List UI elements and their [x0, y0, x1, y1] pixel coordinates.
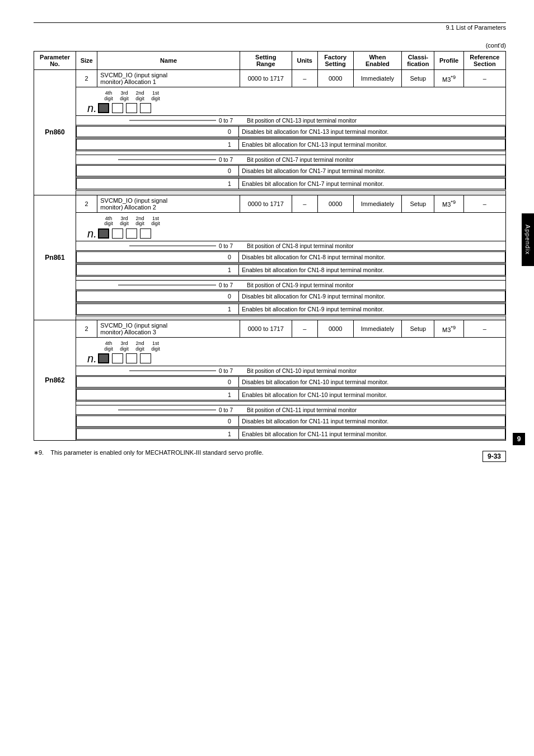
value-desc: Disables bit allocation for CN1-10 input…: [239, 377, 505, 388]
digit-diagram-td: 4th 3rd 2nd 1st digit digit digit digit …: [76, 338, 506, 366]
value-inner-row: 1 Enables bit allocation for CN1-9 input…: [77, 304, 505, 314]
name: SVCMD_IO (input signalmonitor) Allocatio…: [97, 195, 240, 212]
line-connector-td: 0 to 7 Bit position of CN1-11 input term…: [76, 405, 506, 415]
size: 2: [76, 195, 97, 212]
digit-diagram-wrapper: 4th 3rd 2nd 1st digit digit digit digit …: [87, 340, 163, 364]
value-inner-row: 0 Disables bit allocation for CN1-8 inpu…: [77, 251, 505, 262]
value-desc: Disables bit allocation for CN1-9 input …: [239, 291, 505, 301]
digit-diagram-row: 4th 3rd 2nd 1st digit digit digit digit …: [34, 87, 506, 116]
bit-desc-inline: Bit position of CN1-9 input terminal mon…: [247, 282, 354, 288]
n-italic: n.: [87, 228, 97, 239]
digit-box-4th: [98, 103, 109, 113]
digit-diagram-row: 4th 3rd 2nd 1st digit digit digit digit …: [34, 212, 506, 241]
value-inner-table: 1 Enables bit allocation for CN1-10 inpu…: [76, 389, 505, 400]
value-inner-table: 1 Enables bit allocation for CN1-7 input…: [76, 178, 505, 189]
footnote: ∗9. This parameter is enabled only for M…: [34, 449, 506, 456]
size: 2: [76, 70, 97, 87]
line-connector-td: 0 to 7 Bit position of CN1-9 input termi…: [76, 280, 506, 290]
th-size: Size: [76, 52, 97, 70]
line-svg: 0 to 7 Bit position of CN1-11 input term…: [76, 405, 505, 414]
value-inner-row: 1 Enables bit allocation for CN1-10 inpu…: [77, 390, 505, 400]
value-number: 0: [77, 166, 239, 176]
digit-sub-labels: digit digit digit digit: [101, 347, 163, 352]
bit-group-spacer: [34, 151, 506, 155]
param-no-Pn860: Pn860: [34, 70, 76, 195]
bit-desc-inline: Bit position of CN1-7 input terminal mon…: [247, 157, 354, 163]
header-line: [34, 22, 506, 23]
value-td: 1 Enables bit allocation for CN1-11 inpu…: [76, 428, 506, 441]
value-desc: Enables bit allocation for CN1-7 input t…: [239, 179, 505, 189]
page-container: 9.1 List of Parameters (cont'd) Paramete…: [0, 0, 534, 479]
digit-box-1st: [140, 353, 151, 363]
value-td: 1 Enables bit allocation for CN1-13 inpu…: [76, 138, 506, 151]
range-label: 0 to 7: [219, 407, 233, 413]
value-row: 0 Disables bit allocation for CN1-7 inpu…: [34, 165, 506, 178]
line-connector-row: 0 to 7 Bit position of CN1-9 input termi…: [34, 280, 506, 290]
contd-label: (cont'd): [34, 42, 506, 49]
line-svg: 0 to 7 Bit position of CN1-9 input termi…: [76, 281, 505, 290]
bit-desc-inline: Bit position of CN1-8 input terminal mon…: [247, 243, 354, 249]
th-setting-range: SettingRange: [240, 52, 292, 70]
value-inner-table: 0 Disables bit allocation for CN1-11 inp…: [76, 416, 505, 427]
range-label: 0 to 7: [219, 157, 233, 163]
page-header: 9.1 List of Parameters: [34, 24, 506, 31]
value-desc: Disables bit allocation for CN1-13 input…: [239, 127, 505, 137]
range-label: 0 to 7: [219, 368, 233, 374]
value-td: 0 Disables bit allocation for CN1-9 inpu…: [76, 290, 506, 302]
value-inner-table: 1 Enables bit allocation for CN1-8 input…: [76, 264, 505, 276]
factory-setting: 0000: [317, 195, 353, 212]
digit-box-1st: [140, 103, 151, 113]
bit-desc-inline: Bit position of CN1-11 input terminal mo…: [247, 407, 357, 413]
value-inner-row: 1 Enables bit allocation for CN1-7 input…: [77, 179, 505, 189]
th-name: Name: [97, 52, 240, 70]
value-inner-row: 1 Enables bit allocation for CN1-8 input…: [77, 264, 505, 275]
value-number: 0: [77, 127, 239, 137]
value-desc: Disables bit allocation for CN1-7 input …: [239, 166, 505, 176]
line-connector-row: 0 to 7 Bit position of CN1-13 input term…: [34, 116, 506, 125]
line-svg: 0 to 7 Bit position of CN1-10 input term…: [76, 366, 505, 375]
value-inner-table: 0 Disables bit allocation for CN1-10 inp…: [76, 376, 505, 388]
n-italic: n.: [87, 353, 97, 364]
value-number: 1: [77, 429, 239, 440]
line-connector-td: 0 to 7 Bit position of CN1-10 input term…: [76, 366, 506, 376]
value-td: 0 Disables bit allocation for CN1-10 inp…: [76, 376, 506, 389]
value-inner-table: 0 Disables bit allocation for CN1-7 inpu…: [76, 165, 505, 176]
digit-box-3rd: [112, 103, 123, 113]
classification: Setup: [402, 70, 434, 87]
range-label: 0 to 7: [219, 118, 233, 124]
line-connector-row: 0 to 7 Bit position of CN1-8 input termi…: [34, 241, 506, 250]
factory-setting: 0000: [317, 320, 353, 338]
value-row: 0 Disables bit allocation for CN1-13 inp…: [34, 125, 506, 138]
value-desc: Disables bit allocation for CN1-11 input…: [239, 416, 505, 427]
main-table: ParameterNo. Size Name SettingRange Unit…: [34, 51, 506, 441]
th-reference: ReferenceSection: [463, 52, 505, 70]
digit-sub-labels: digit digit digit digit: [101, 221, 163, 226]
reference: –: [463, 195, 505, 212]
name: SVCMD_IO (input signalmonitor) Allocatio…: [97, 320, 240, 338]
value-row: 1 Enables bit allocation for CN1-9 input…: [34, 302, 506, 316]
value-inner-row: 1 Enables bit allocation for CN1-11 inpu…: [77, 429, 505, 440]
value-desc: Enables bit allocation for CN1-9 input t…: [239, 304, 505, 314]
digit-box-2nd: [126, 353, 137, 363]
value-inner-row: 0 Disables bit allocation for CN1-13 inp…: [77, 127, 505, 137]
param-no-Pn861: Pn861: [34, 195, 76, 320]
range-label: 0 to 7: [219, 243, 233, 249]
digit-box-4th: [98, 228, 109, 239]
appendix-tab: Appendix: [522, 213, 534, 266]
setting-range: 0000 to 1717: [240, 70, 292, 87]
when-enabled: Immediately: [353, 320, 402, 338]
value-number: 0: [77, 291, 239, 301]
line-svg: 0 to 7 Bit position of CN1-8 input termi…: [76, 241, 505, 250]
digit-diagram-row: 4th 3rd 2nd 1st digit digit digit digit …: [34, 338, 506, 366]
profile: M3*9: [434, 320, 463, 338]
value-row: 1 Enables bit allocation for CN1-7 input…: [34, 178, 506, 191]
reference: –: [463, 70, 505, 87]
value-inner-table: 0 Disables bit allocation for CN1-9 inpu…: [76, 291, 505, 302]
th-profile: Profile: [434, 52, 463, 70]
size: 2: [76, 320, 97, 338]
digit-box-1st: [140, 228, 151, 239]
param-main-row-Pn861: Pn8612SVCMD_IO (input signalmonitor) All…: [34, 195, 506, 212]
line-connector-td: 0 to 7 Bit position of CN1-8 input termi…: [76, 241, 506, 250]
profile: M3*9: [434, 70, 463, 87]
value-number: 0: [77, 251, 239, 262]
